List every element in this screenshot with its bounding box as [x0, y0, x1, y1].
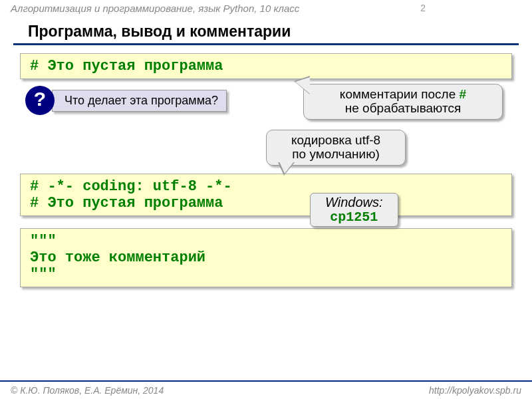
windows-value: cp1251 [330, 209, 378, 225]
code-line: Это тоже комментарий [30, 249, 502, 266]
question-mark-icon: ? [25, 86, 55, 115]
hash-symbol: # [460, 87, 467, 101]
callout-line2: по умолчанию) [292, 147, 379, 161]
code-line: # Это пустая программа [30, 58, 502, 74]
slide-footer: © К.Ю. Поляков, Е.А. Ерёмин, 2014 http:/… [0, 380, 532, 399]
code-line: # Это пустая программа [30, 195, 502, 211]
windows-label: Windows: [325, 195, 383, 209]
code-block-3: """ Это тоже комментарий """ [20, 228, 512, 287]
callout-text-before: комментарии после [340, 87, 460, 101]
slide-title: Программа, вывод и комментарии [13, 19, 519, 45]
code-block-1: # Это пустая программа [20, 53, 512, 79]
code-line: """ [30, 266, 502, 283]
code-block-2: # -*- coding: utf-8 -*- # Это пустая про… [20, 174, 512, 216]
footer-copyright: © К.Ю. Поляков, Е.А. Ерёмин, 2014 [11, 385, 164, 396]
footer-url: http://kpolyakov.spb.ru [429, 385, 521, 396]
windows-note: Windows: cp1251 [310, 193, 398, 227]
callout-tail [295, 77, 310, 94]
question-text: Что делает эта программа? [52, 90, 227, 112]
callout-encoding: кодировка utf-8 по умолчанию) [266, 130, 406, 166]
callout-comments: комментарии после # не обрабатываются [303, 84, 503, 120]
code-line: # -*- coding: utf-8 -*- [30, 178, 502, 195]
callout-text-after: не обрабатываются [345, 101, 461, 115]
code-line: """ [30, 233, 502, 249]
callout-line1: кодировка utf-8 [291, 133, 380, 147]
page-number: 2 [420, 3, 426, 13]
slide-header: Алгоритмизация и программирование, язык … [0, 0, 532, 19]
course-title: Алгоритмизация и программирование, язык … [11, 3, 299, 14]
callout-tail [279, 162, 294, 174]
